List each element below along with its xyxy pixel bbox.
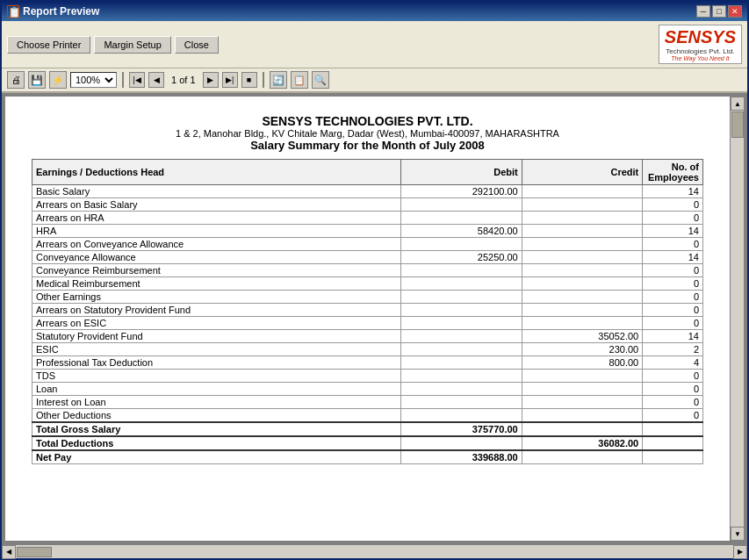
refresh-icon[interactable]: 🔄 [270, 71, 287, 89]
cell-head: Arrears on Conveyance Allowance [32, 238, 401, 251]
cell-debit [401, 409, 522, 423]
table-row: Statutory Provident Fund 35052.00 14 [32, 330, 703, 343]
cell-employees: 4 [643, 356, 703, 370]
col-header-debit: Debit [401, 160, 522, 185]
cell-employees: 0 [643, 291, 703, 304]
table-row: Other Earnings 0 [32, 291, 703, 304]
scroll-right-button[interactable]: ▶ [733, 545, 747, 559]
margin-setup-button[interactable]: Margin Setup [94, 36, 170, 54]
cell-credit: 35052.00 [522, 330, 643, 343]
col-header-head: Earnings / Deductions Head [32, 160, 401, 185]
cell-debit [401, 277, 522, 291]
scroll-track[interactable] [731, 111, 744, 527]
separator-1 [122, 72, 124, 88]
cell-head: Arrears on ESIC [32, 317, 401, 330]
export-icon[interactable]: ⚡ [49, 71, 67, 89]
cell-credit [522, 291, 643, 304]
page-of: of [179, 75, 190, 85]
next-page-button[interactable]: ▶ [203, 72, 219, 88]
table-row: Arrears on Conveyance Allowance 0 [32, 238, 703, 251]
cell-employees: 0 [643, 264, 703, 277]
cell-employees: 0 [643, 212, 703, 225]
hscroll-thumb[interactable] [17, 547, 52, 557]
content-area: SENSYS TECHNOLOGIES PVT. LTD. 1 & 2, Man… [2, 93, 747, 544]
report-header: SENSYS TECHNOLOGIES PVT. LTD. 1 & 2, Man… [32, 114, 703, 152]
cell-credit [522, 317, 643, 330]
company-address: 1 & 2, Manohar Bldg., KV Chitale Marg, D… [32, 128, 703, 139]
scroll-thumb[interactable] [731, 111, 744, 138]
cell-debit [401, 212, 522, 225]
logo-brand: SENSYS [665, 27, 736, 47]
cell-credit [522, 238, 643, 251]
total-debit: 339688.00 [401, 450, 522, 464]
main-window: 📋 Report Preview ─ □ ✕ Choose Printer Ma… [0, 0, 749, 560]
col-header-employees: No. of Employees [643, 160, 703, 185]
scroll-up-button[interactable]: ▲ [731, 97, 745, 111]
last-page-button[interactable]: ▶| [222, 72, 238, 88]
total-label: Net Pay [32, 450, 401, 464]
logo-box: SENSYS Technologies Pvt. Ltd. The Way Yo… [659, 25, 742, 64]
hscroll-track[interactable] [16, 546, 733, 558]
cell-head: ESIC [32, 343, 401, 356]
copy-icon[interactable]: 📋 [291, 71, 308, 89]
cell-debit [401, 396, 522, 409]
minimize-button[interactable]: ─ [696, 5, 710, 18]
total-label: Total Gross Salary [32, 422, 401, 436]
cell-debit: 25250.00 [401, 251, 522, 264]
col-header-credit: Credit [522, 160, 643, 185]
cell-debit [401, 238, 522, 251]
table-row: Arrears on HRA 0 [32, 212, 703, 225]
close-window-button[interactable]: ✕ [728, 5, 742, 18]
report-title: Salary Summary for the Month of July 200… [32, 139, 703, 152]
total-employees [643, 422, 703, 436]
scroll-left-button[interactable]: ◀ [2, 545, 16, 559]
total-credit [522, 450, 643, 464]
search-icon[interactable]: 🔍 [312, 71, 329, 89]
cell-debit [401, 198, 522, 212]
cell-credit [522, 383, 643, 396]
report-toolbar: 🖨 💾 ⚡ 100% 50% 75% 125% 150% |◀ ◀ 1 of 1… [2, 68, 747, 93]
title-controls: ─ □ ✕ [696, 5, 742, 18]
cell-employees: 0 [643, 409, 703, 423]
total-row: Total Deductions 36082.00 [32, 436, 703, 450]
total-credit: 36082.00 [522, 436, 643, 450]
print-icon[interactable]: 🖨 [7, 71, 25, 89]
cell-head: Arrears on Basic Salary [32, 198, 401, 212]
cell-credit [522, 396, 643, 409]
scroll-down-button[interactable]: ▼ [731, 527, 745, 541]
vertical-scrollbar[interactable]: ▲ ▼ [730, 97, 744, 541]
total-row: Net Pay 339688.00 [32, 450, 703, 464]
cell-head: Interest on Loan [32, 396, 401, 409]
cell-head: Basic Salary [32, 185, 401, 198]
cell-credit [522, 185, 643, 198]
cell-employees: 0 [643, 383, 703, 396]
total-debit [401, 436, 522, 450]
maximize-button[interactable]: □ [712, 5, 726, 18]
choose-printer-button[interactable]: Choose Printer [7, 36, 90, 54]
save-icon[interactable]: 💾 [28, 71, 46, 89]
title-bar: 📋 Report Preview ─ □ ✕ [2, 2, 747, 21]
table-row: Professional Tax Deduction 800.00 4 [32, 356, 703, 370]
table-row: Basic Salary 292100.00 14 [32, 185, 703, 198]
cell-head: Other Earnings [32, 291, 401, 304]
cell-credit [522, 212, 643, 225]
close-button[interactable]: Close [175, 36, 219, 54]
prev-page-button[interactable]: ◀ [148, 72, 164, 88]
stop-button[interactable]: ■ [241, 72, 257, 88]
cell-credit [522, 304, 643, 317]
total-credit [522, 422, 643, 436]
zoom-select[interactable]: 100% 50% 75% 125% 150% [70, 72, 117, 88]
cell-credit: 230.00 [522, 343, 643, 356]
cell-employees: 0 [643, 396, 703, 409]
table-row: HRA 58420.00 14 [32, 225, 703, 238]
table-row: Conveyance Allowance 25250.00 14 [32, 251, 703, 264]
total-row: Total Gross Salary 375770.00 [32, 422, 703, 436]
total-employees [643, 436, 703, 450]
table-row: Arrears on ESIC 0 [32, 317, 703, 330]
table-row: TDS 0 [32, 370, 703, 383]
cell-debit [401, 291, 522, 304]
cell-employees: 0 [643, 238, 703, 251]
first-page-button[interactable]: |◀ [129, 72, 145, 88]
cell-employees: 0 [643, 370, 703, 383]
horizontal-scrollbar[interactable]: ◀ ▶ [2, 544, 747, 558]
